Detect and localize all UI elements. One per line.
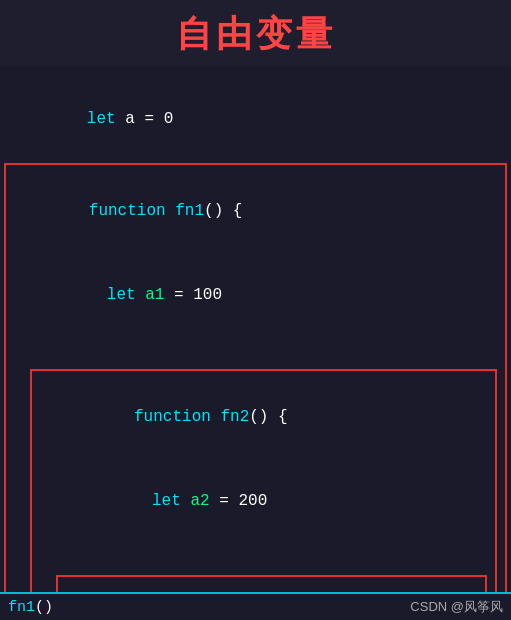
line-let-a: let a = 0: [8, 77, 503, 161]
line-fn2-decl: function fn2() {: [36, 375, 491, 459]
line-blank-1: [10, 337, 501, 365]
top-lines: let a = 0: [0, 77, 511, 161]
code-area: let a = 0 function fn1() { let a1 = 100 …: [0, 67, 511, 592]
page-title: 自由变量: [176, 13, 336, 54]
title-area: 自由变量: [0, 0, 511, 67]
fn1-call-bottom: fn1(): [8, 599, 53, 616]
line-let-a2: let a2 = 200: [36, 459, 491, 543]
fn1-scope-box: function fn1() { let a1 = 100 function f…: [4, 163, 507, 592]
fn2-scope-box: function fn2() { let a2 = 200 function f…: [30, 369, 497, 592]
page-wrapper: 自由变量 let a = 0 function fn1() { let a1 =…: [0, 0, 511, 620]
fn3-scope-box: function fn3() { let a3 = 300 return a +…: [56, 575, 487, 592]
bottom-bar: fn1() CSDN @风筝风: [0, 592, 511, 620]
watermark: CSDN @风筝风: [410, 598, 503, 616]
line-fn3-decl: function fn3() {: [62, 581, 481, 592]
line-fn1-decl: function fn1() {: [10, 169, 501, 253]
line-let-a1: let a1 = 100: [10, 253, 501, 337]
line-blank-2: [36, 543, 491, 571]
